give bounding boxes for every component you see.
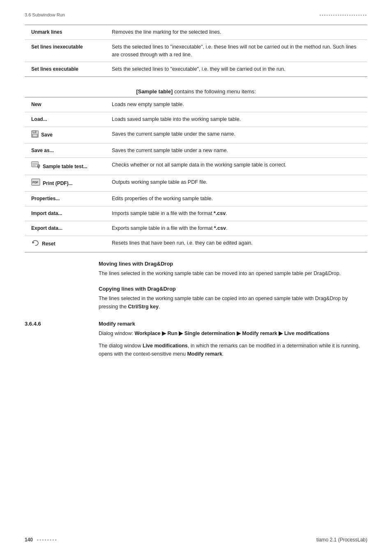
sample-table-section-header: [Sample table] contains the following me… [25, 84, 367, 97]
footer-product: tiamo 2.1 (ProcessLab) [316, 537, 367, 543]
cell-export-label: Export data... [25, 221, 107, 236]
table-row-sample-test: Sample table test... Checks whether or n… [25, 158, 367, 175]
cell-label: Set lines inexecutable [25, 39, 107, 62]
save-icon [31, 130, 39, 140]
table-row-print-pdf: PDF Print (PDF)... Outputs working sampl… [25, 175, 367, 192]
desc-modify-remark: Modify remark [187, 351, 222, 357]
table-row-load: Load... Loads saved sample table into th… [25, 112, 367, 127]
section-346-body: Dialog window: Workplace ▶ Run ▶ Single … [99, 329, 367, 358]
copying-ctrl-key: Ctrl/Strg key [128, 304, 159, 310]
moving-lines-heading: Moving lines with Drag&Drop [99, 261, 367, 267]
table-row-save-as: Save as... Saves the current sample tabl… [25, 143, 367, 158]
cell-print-pdf-desc: Outputs working sample table as PDF file… [107, 175, 367, 192]
cell-export-desc: Exports sample table in a file with the … [107, 221, 367, 236]
section-346-num: 3.6.4.6 [25, 321, 99, 327]
moving-lines-body: The lines selected in the working sample… [99, 269, 367, 278]
svg-rect-4 [33, 134, 37, 136]
table-row: Set lines executable Sets the selected l… [25, 62, 367, 77]
desc-live-mods: Live modifications [143, 343, 188, 349]
table-row-save: Save Saves the current sample table unde… [25, 127, 367, 143]
svg-rect-2 [34, 131, 35, 132]
table-row-export: Export data... Exports sample table in a… [25, 221, 367, 236]
sample-table-header-text: contains the following menu items: [174, 88, 256, 95]
cell-description: Removes the line marking for the selecte… [107, 25, 367, 40]
cell-sample-test-desc: Checks whether or not all sample data in… [107, 158, 367, 175]
sample-table-label: [Sample table] [136, 88, 173, 95]
cell-sample-test-label: Sample table test... [25, 158, 107, 175]
cell-description: Sets the selected lines to "inexecutable… [107, 39, 367, 62]
header-dots: ▪▪▪▪▪▪▪▪▪▪▪▪▪▪▪▪▪▪▪▪▪ [320, 13, 367, 17]
cell-import-desc: Imports sample table in a file with the … [107, 206, 367, 221]
cell-save-text: Save [41, 131, 53, 139]
sample-table-test-icon [31, 161, 40, 171]
pdf-icon: PDF [31, 178, 40, 188]
reset-icon [31, 239, 39, 249]
dialog-path-bold: Workplace ▶ Run ▶ Single determination ▶… [135, 331, 330, 336]
cell-properties-label: Properties... [25, 192, 107, 206]
table-row-properties: Properties... Edits properties of the wo… [25, 192, 367, 206]
section-346-dialog-path: Dialog window: Workplace ▶ Run ▶ Single … [99, 329, 367, 338]
cell-reset-text: Reset [42, 240, 55, 247]
cell-new-desc: Loads new empty sample table. [107, 97, 367, 112]
copying-lines-body: The lines selected in the working sample… [99, 294, 367, 311]
footer-dots: ▪▪▪▪▪▪▪▪ [37, 537, 57, 543]
table-row-import: Import data... Imports sample table in a… [25, 206, 367, 221]
cell-print-pdf-label: PDF Print (PDF)... [25, 175, 107, 192]
desc-text3: . [222, 351, 224, 357]
cell-reset-label: Reset [25, 236, 107, 252]
cell-label: Unmark lines [25, 25, 107, 40]
cell-load-label: Load... [25, 112, 107, 127]
cell-save-as-label: Save as... [25, 143, 107, 158]
desc-text1: The dialog window [99, 343, 143, 349]
copying-lines-heading: Copying lines with Drag&Drop [99, 286, 367, 292]
cell-description: Sets the selected lines to "executable",… [107, 62, 367, 77]
header-section-label: 3.6 Subwindow Run [25, 12, 65, 17]
section-346-title: Modify remark [99, 321, 135, 327]
dialog-prefix: Dialog window: [99, 331, 135, 336]
svg-marker-12 [32, 241, 35, 243]
cell-new-label: New [25, 97, 107, 112]
table-row: Set lines inexecutable Sets the selected… [25, 39, 367, 62]
section-346-description: The dialog window Live modifications, in… [99, 342, 367, 358]
cell-save-label: Save [25, 127, 107, 143]
copying-body-text2: . [159, 304, 160, 310]
footer-page-number: 140 [25, 537, 33, 543]
table-row: Unmark lines Removes the line marking fo… [25, 25, 367, 40]
cell-print-pdf-text: Print (PDF)... [43, 180, 73, 187]
footer: 140 ▪▪▪▪▪▪▪▪ tiamo 2.1 (ProcessLab) [25, 537, 367, 543]
cell-save-desc: Saves the current sample table under the… [107, 127, 367, 143]
table-row-new: New Loads new empty sample table. [25, 97, 367, 112]
cell-label: Set lines executable [25, 62, 107, 77]
cell-reset-desc: Resets lines that have been run, i.e. th… [107, 236, 367, 252]
cell-load-desc: Loads saved sample table into the workin… [107, 112, 367, 127]
cell-save-as-desc: Saves the current sample table under a n… [107, 143, 367, 158]
section-346: 3.6.4.6 Modify remark [25, 321, 367, 327]
table-commands-1: Unmark lines Removes the line marking fo… [25, 25, 367, 77]
cell-import-label: Import data... [25, 206, 107, 221]
table-row-reset: Reset Resets lines that have been run, i… [25, 236, 367, 252]
cell-properties-desc: Edits properties of the working sample t… [107, 192, 367, 206]
cell-sample-test-text: Sample table test... [43, 163, 88, 170]
footer-page: 140 ▪▪▪▪▪▪▪▪ [25, 537, 57, 543]
table-sample-menu: New Loads new empty sample table. Load..… [25, 97, 367, 252]
svg-text:PDF: PDF [32, 181, 39, 184]
